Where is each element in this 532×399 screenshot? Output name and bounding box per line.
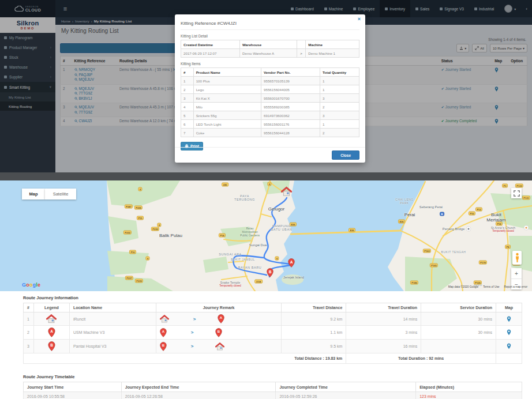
- road-badge: 6: [275, 257, 279, 261]
- road-badge: P232: [123, 231, 132, 235]
- table-row: 1100 Plus95565701051391: [181, 77, 359, 85]
- table-row: 4Milo95555892003852: [181, 103, 359, 111]
- map-pin-icon[interactable]: [507, 329, 511, 336]
- road-badge: E36: [349, 228, 355, 232]
- table-row: 5Snickers 55g69149736003623: [181, 111, 359, 120]
- road-badge: 220: [222, 183, 228, 187]
- legend-pin-a-icon: A: [33, 326, 69, 340]
- pin-a-icon: A: [160, 328, 167, 337]
- map[interactable]: A B PAYA TERUBONGGelugorKAMPUNG BATU UBA…: [0, 180, 532, 291]
- road-badge: P131: [522, 196, 530, 200]
- kitting-items-table: # Product Name Vendor Part No. Total Qua…: [181, 67, 359, 137]
- chevron-right-icon: >: [191, 330, 194, 335]
- map-type-button[interactable]: Map: [22, 189, 45, 200]
- map-canvas: A B: [0, 180, 532, 291]
- col-warehouse: Warehouse: [239, 40, 297, 49]
- col-total-quantity: Total Quantity: [320, 68, 359, 77]
- road-badge: P16: [129, 250, 136, 254]
- cell-map: [496, 340, 522, 353]
- cell-remark: > A: [156, 313, 282, 326]
- pin-a-icon: A: [218, 314, 224, 323]
- road-badge: B: [440, 212, 444, 216]
- chevron-right-icon: >: [193, 317, 196, 322]
- road-badge: P247: [125, 205, 133, 209]
- road-badge: P18: [496, 222, 503, 226]
- total-distance: Total Distance : 19.83 km: [24, 353, 346, 364]
- road-badge: P165: [430, 264, 438, 268]
- app-region: VENDRONCLOUD ≡ Dashboard Machine Employe…: [0, 0, 532, 180]
- kitting-list-detail-label: Kitting List Detail: [181, 34, 359, 38]
- cell-completed-time: 2016-09-05 12:59:26: [276, 392, 416, 399]
- cell-elapsed: 123 mins: [416, 392, 522, 399]
- road-badge: 6: [267, 182, 271, 186]
- svg-text:B: B: [50, 343, 53, 347]
- road-badge: P230: [151, 227, 159, 231]
- map-pin-icon[interactable]: [507, 343, 511, 349]
- cell-expected-end: 2016-09-05 12:26:58: [121, 392, 276, 399]
- home-icon: [160, 315, 169, 323]
- road-badge: P133: [515, 184, 523, 188]
- table-row: 2 A USM Machine V3 A > B 1.1 km 3 mins 3…: [24, 326, 522, 340]
- col-created-datetime: Created Datetime: [181, 40, 240, 49]
- map-pin-icon[interactable]: [507, 316, 511, 322]
- pegman-control[interactable]: [512, 251, 522, 265]
- road-badge: P178: [479, 261, 487, 265]
- pegman-icon: [515, 253, 520, 263]
- kitting-reference-modal: × Kitting Reference #CW4JZI Kitting List…: [175, 14, 365, 163]
- map-data-text: Map data ©2020 Google: [448, 285, 478, 288]
- close-button[interactable]: Close: [332, 150, 359, 160]
- route-journey-info-table: # Legend Location Name Journey Remark Tr…: [23, 303, 522, 364]
- cell-map: [496, 326, 522, 340]
- screen: VENDRONCLOUD ≡ Dashboard Machine Employe…: [0, 0, 532, 399]
- modal-footer: Close: [175, 147, 365, 163]
- road-badge: 3114: [254, 280, 263, 284]
- cell-remark: B >: [156, 340, 282, 353]
- chevron-right-icon: >: [297, 49, 305, 58]
- road-badge: 6: [157, 223, 161, 227]
- cell-map: [496, 313, 522, 326]
- chevron-right-icon: >: [191, 344, 194, 349]
- road-badge: P226: [134, 206, 143, 210]
- road-badge: P8: [505, 245, 511, 249]
- journey-info-title: Route Journey Information: [23, 295, 532, 300]
- map-attribution: Map data ©2020 Google Terms of Use Repor…: [448, 285, 527, 288]
- cell-remark: A > B: [156, 326, 282, 340]
- report-error-link[interactable]: Report a map error: [504, 285, 527, 288]
- lower-section: Route Journey Information # Legend Locat…: [0, 295, 532, 399]
- svg-text:B: B: [162, 344, 165, 347]
- terms-link[interactable]: Terms of Use: [483, 285, 499, 288]
- table-row: 3 B Pantai Hospital V3 B > 9.5 km 16 min…: [24, 340, 522, 353]
- road-badge: P13: [475, 208, 482, 212]
- col-machine: Machine: [306, 40, 359, 49]
- table-row: 2016-09-05 10:55:58 2016-09-05 12:26:58 …: [24, 392, 522, 399]
- road-badge: P14: [219, 234, 226, 238]
- table-row: 3Kit Kat X95560016707003: [181, 94, 359, 103]
- pin-b-icon: B: [215, 328, 222, 337]
- road-badge: E36: [398, 220, 405, 224]
- road-badge: P163: [423, 249, 431, 253]
- table-header-row: Journey Start Time Journey Expected End …: [24, 382, 522, 392]
- road-badge: P237: [125, 276, 133, 280]
- svg-text:B: B: [269, 270, 272, 274]
- legend-pin-b-icon: B: [33, 340, 69, 353]
- google-logo: Google: [22, 282, 40, 288]
- fullscreen-button[interactable]: [511, 188, 522, 198]
- cell-location: USM Machine V3: [69, 326, 156, 340]
- cell-start-time: 2016-09-05 10:55:58: [24, 392, 122, 399]
- google-letter: e: [38, 282, 40, 288]
- close-icon[interactable]: ×: [358, 16, 361, 22]
- svg-text:A: A: [50, 329, 53, 333]
- table-row: 2Lego95561560440051: [181, 85, 359, 94]
- cell-warehouse: Demo Warehouse A: [239, 49, 297, 58]
- road-badge: P3: [502, 184, 508, 188]
- zoom-in-button[interactable]: +: [511, 268, 522, 279]
- road-badge: P126: [474, 281, 482, 285]
- cell-location: Pantai Hospital V3: [69, 340, 156, 353]
- totals-row: Total Distance : 19.83 km Total Duration…: [24, 353, 522, 364]
- table-header-row: # Legend Location Name Journey Remark Tr…: [24, 303, 522, 313]
- cell-created: 2017-06-29 17:12:07: [181, 49, 240, 58]
- pin-b-icon: B: [160, 342, 167, 351]
- satellite-type-button[interactable]: Satellite: [45, 189, 76, 200]
- legend-home-icon: [33, 313, 69, 326]
- road-badge: 6: [145, 257, 149, 261]
